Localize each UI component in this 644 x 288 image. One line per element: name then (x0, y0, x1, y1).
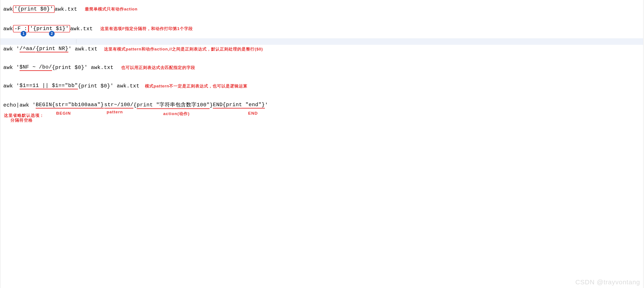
code: ' awk.txt (68, 46, 98, 52)
watermark: CSDN @trayvontang (575, 279, 640, 286)
badge-2: 2 (49, 31, 55, 36)
line-6: echo|awk ' BEGIN{str="bb100aaa"} str~/10… (3, 101, 268, 109)
boxed-action: '{print $1}' (28, 25, 70, 32)
comment: 模式pattern不一定是正则表达式，也可以是逻辑运算 (145, 83, 248, 89)
code: awk.txt (70, 26, 93, 32)
code: awk (3, 26, 13, 32)
boxed-option: -F : (13, 25, 29, 32)
code: awk ' (3, 65, 20, 70)
begin-block: BEGIN{str="bb100aaa"} (36, 102, 104, 109)
end-block: END{print "end"} (213, 102, 265, 109)
code: echo|awk ' (3, 102, 36, 108)
action: {print NR} (36, 46, 68, 52)
code: awk ' (3, 46, 20, 52)
line-4: awk ' $NF ~ /bo/ {print $0}' awk.txt 也可以… (3, 64, 195, 71)
comment: 这里有选项F指定分隔符，和动作打印第1个字段 (100, 26, 192, 31)
label-begin: BEGIN (56, 111, 71, 116)
code: ' (265, 102, 268, 108)
line-5: awk ' $1==11 || $1=="bb" {print $0}' awk… (3, 83, 248, 89)
line-1: awk '{print $0}' awk.txt 最简单模式只有动作action (3, 5, 138, 13)
badge-1: 1 (21, 31, 26, 36)
pattern: $1==11 || $1=="bb" (20, 83, 78, 89)
code: awk ' (3, 83, 20, 89)
highlight-row (0, 38, 643, 45)
brace: { (134, 102, 137, 108)
label-omit-2: 分隔符空格 (10, 117, 33, 123)
action-block: print "字符串包含数字100" (137, 101, 210, 109)
line-3: awk ' /^aa/ {print NR} ' awk.txt 这里有模式pa… (3, 46, 263, 52)
code: awk.txt (55, 6, 77, 12)
boxed-action: '{print $0}' (13, 5, 55, 13)
pattern: /^aa/ (20, 46, 36, 52)
pattern-block: str~/100/ (104, 102, 134, 109)
cursor (76, 39, 76, 43)
line-2: awk -F : '{print $1}' awk.txt 这里有选项F指定分隔… (3, 25, 193, 32)
code: {print $0}' awk.txt (52, 65, 114, 70)
label-pattern: pattern (107, 110, 123, 114)
code: {print $0}' awk.txt (78, 83, 140, 89)
right-border (643, 0, 644, 288)
comment: 最简单模式只有动作action (85, 6, 138, 12)
label-action: action(动作) (163, 111, 190, 117)
label-end: END (248, 111, 258, 116)
code: awk (3, 6, 13, 12)
brace: } (210, 102, 213, 108)
comment: 这里有模式pattern和动作action,//之间是正则表达式，默认正则处理的… (104, 46, 263, 52)
comment: 也可以用正则表达式去匹配指定的字段 (121, 65, 195, 70)
pattern: $NF ~ /bo/ (20, 64, 52, 71)
